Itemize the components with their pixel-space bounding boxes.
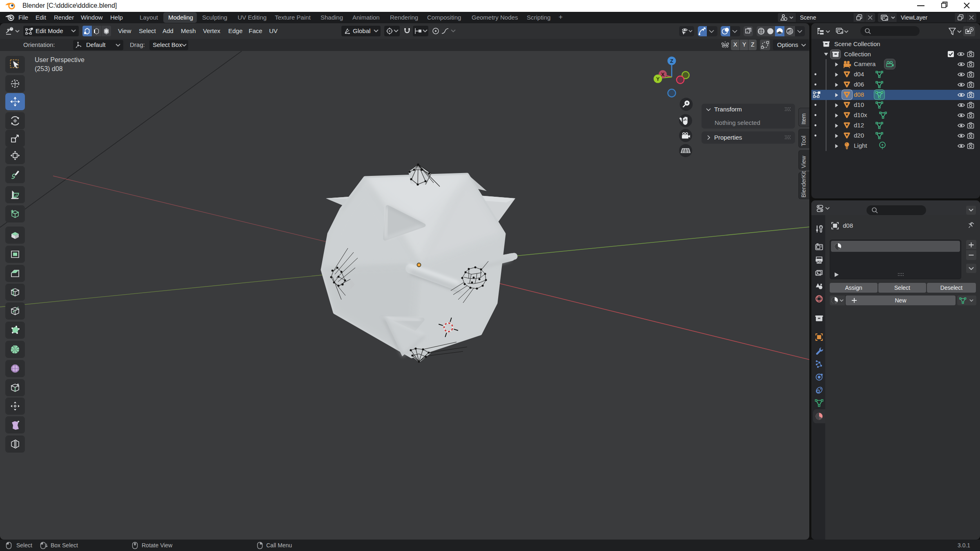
svg-text:X: X	[661, 71, 665, 78]
svg-text:Z: Z	[670, 58, 673, 64]
svg-text:Y: Y	[656, 76, 660, 82]
